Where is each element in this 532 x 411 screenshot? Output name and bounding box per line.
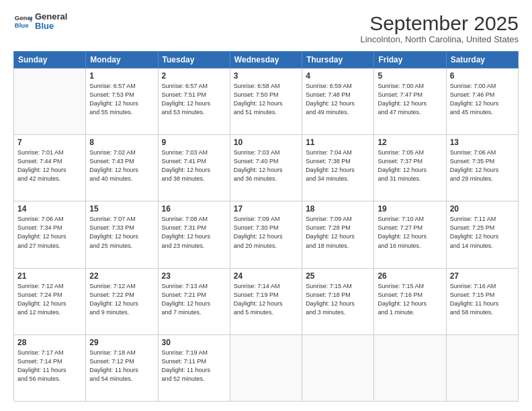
day-info: Sunrise: 7:13 AM Sunset: 7:21 PM Dayligh… — [162, 282, 226, 317]
day-info: Sunrise: 7:15 AM Sunset: 7:16 PM Dayligh… — [378, 282, 442, 317]
title-block: September 2025 Lincolnton, North Carolin… — [360, 12, 519, 44]
col-saturday: Saturday — [446, 52, 518, 68]
day-number: 11 — [306, 138, 370, 147]
day-info: Sunrise: 6:57 AM Sunset: 7:51 PM Dayligh… — [162, 82, 226, 117]
logo: General Blue General Blue — [13, 12, 67, 32]
day-number: 13 — [450, 138, 515, 147]
calendar-week-1: 1Sunrise: 6:57 AM Sunset: 7:53 PM Daylig… — [14, 68, 519, 135]
calendar-cell: 7Sunrise: 7:01 AM Sunset: 7:44 PM Daylig… — [14, 135, 86, 201]
day-info: Sunrise: 6:57 AM Sunset: 7:53 PM Dayligh… — [89, 82, 154, 117]
calendar-table: Sunday Monday Tuesday Wednesday Thursday… — [13, 51, 519, 402]
calendar-week-5: 28Sunrise: 7:17 AM Sunset: 7:14 PM Dayli… — [14, 334, 519, 401]
day-number: 14 — [17, 204, 82, 214]
col-friday: Friday — [374, 52, 446, 68]
day-info: Sunrise: 6:59 AM Sunset: 7:48 PM Dayligh… — [306, 82, 370, 117]
calendar-week-4: 21Sunrise: 7:12 AM Sunset: 7:24 PM Dayli… — [14, 268, 519, 334]
day-info: Sunrise: 7:00 AM Sunset: 7:46 PM Dayligh… — [450, 82, 515, 117]
calendar-cell: 12Sunrise: 7:05 AM Sunset: 7:37 PM Dayli… — [374, 135, 446, 201]
calendar-cell: 30Sunrise: 7:19 AM Sunset: 7:11 PM Dayli… — [158, 334, 230, 401]
calendar-cell: 4Sunrise: 6:59 AM Sunset: 7:48 PM Daylig… — [302, 68, 374, 135]
calendar-cell: 26Sunrise: 7:15 AM Sunset: 7:16 PM Dayli… — [374, 268, 446, 334]
calendar-cell: 27Sunrise: 7:16 AM Sunset: 7:15 PM Dayli… — [446, 268, 518, 334]
calendar-cell: 6Sunrise: 7:00 AM Sunset: 7:46 PM Daylig… — [446, 68, 518, 135]
day-number: 6 — [450, 71, 515, 81]
calendar-cell: 18Sunrise: 7:09 AM Sunset: 7:28 PM Dayli… — [302, 201, 374, 268]
col-thursday: Thursday — [302, 52, 374, 68]
day-info: Sunrise: 7:01 AM Sunset: 7:44 PM Dayligh… — [17, 148, 82, 183]
day-info: Sunrise: 7:12 AM Sunset: 7:22 PM Dayligh… — [89, 282, 154, 317]
day-info: Sunrise: 7:11 AM Sunset: 7:25 PM Dayligh… — [450, 215, 515, 250]
calendar-cell: 24Sunrise: 7:14 AM Sunset: 7:19 PM Dayli… — [230, 268, 302, 334]
day-info: Sunrise: 7:15 AM Sunset: 7:18 PM Dayligh… — [306, 282, 370, 317]
day-number: 25 — [306, 271, 370, 281]
calendar-cell — [446, 334, 518, 401]
calendar-cell: 21Sunrise: 7:12 AM Sunset: 7:24 PM Dayli… — [14, 268, 86, 334]
day-number: 1 — [89, 71, 154, 81]
calendar-cell: 29Sunrise: 7:18 AM Sunset: 7:12 PM Dayli… — [86, 334, 158, 401]
day-info: Sunrise: 7:00 AM Sunset: 7:47 PM Dayligh… — [378, 82, 442, 117]
calendar-week-2: 7Sunrise: 7:01 AM Sunset: 7:44 PM Daylig… — [14, 135, 519, 201]
day-info: Sunrise: 7:08 AM Sunset: 7:31 PM Dayligh… — [162, 215, 226, 250]
page: General Blue General Blue September 2025… — [0, 0, 532, 411]
calendar-cell: 19Sunrise: 7:10 AM Sunset: 7:27 PM Dayli… — [374, 201, 446, 268]
calendar-cell — [374, 334, 446, 401]
day-number: 29 — [89, 338, 154, 347]
day-info: Sunrise: 7:19 AM Sunset: 7:11 PM Dayligh… — [162, 349, 226, 383]
calendar-cell: 23Sunrise: 7:13 AM Sunset: 7:21 PM Dayli… — [158, 268, 230, 334]
day-number: 23 — [162, 271, 226, 281]
calendar-cell: 20Sunrise: 7:11 AM Sunset: 7:25 PM Dayli… — [446, 201, 518, 268]
day-number: 3 — [234, 71, 298, 81]
month-title: September 2025 — [360, 12, 519, 34]
day-number: 24 — [234, 271, 298, 281]
day-number: 20 — [450, 204, 515, 214]
day-number: 10 — [234, 138, 298, 147]
calendar-cell: 22Sunrise: 7:12 AM Sunset: 7:22 PM Dayli… — [86, 268, 158, 334]
calendar-cell — [230, 334, 302, 401]
day-info: Sunrise: 7:18 AM Sunset: 7:12 PM Dayligh… — [89, 349, 154, 383]
calendar-cell: 28Sunrise: 7:17 AM Sunset: 7:14 PM Dayli… — [14, 334, 86, 401]
calendar-cell: 10Sunrise: 7:03 AM Sunset: 7:40 PM Dayli… — [230, 135, 302, 201]
calendar-cell: 8Sunrise: 7:02 AM Sunset: 7:43 PM Daylig… — [86, 135, 158, 201]
day-info: Sunrise: 7:03 AM Sunset: 7:41 PM Dayligh… — [162, 148, 226, 183]
col-tuesday: Tuesday — [158, 52, 230, 68]
day-number: 28 — [17, 338, 82, 347]
day-number: 8 — [89, 138, 154, 147]
calendar-cell: 16Sunrise: 7:08 AM Sunset: 7:31 PM Dayli… — [158, 201, 230, 268]
calendar-header-row: Sunday Monday Tuesday Wednesday Thursday… — [14, 52, 519, 68]
day-number: 12 — [378, 138, 442, 147]
logo-line2: Blue — [35, 21, 67, 31]
day-info: Sunrise: 7:07 AM Sunset: 7:33 PM Dayligh… — [89, 215, 154, 250]
calendar-cell: 1Sunrise: 6:57 AM Sunset: 7:53 PM Daylig… — [86, 68, 158, 135]
logo-line1: General — [35, 12, 67, 21]
day-info: Sunrise: 7:16 AM Sunset: 7:15 PM Dayligh… — [450, 282, 515, 317]
day-number: 5 — [378, 71, 442, 81]
header: General Blue General Blue September 2025… — [13, 12, 519, 44]
day-info: Sunrise: 7:04 AM Sunset: 7:38 PM Dayligh… — [306, 148, 370, 183]
day-number: 2 — [162, 71, 226, 81]
day-number: 4 — [306, 71, 370, 81]
day-number: 17 — [234, 204, 298, 214]
day-number: 26 — [378, 271, 442, 281]
day-info: Sunrise: 7:02 AM Sunset: 7:43 PM Dayligh… — [89, 148, 154, 183]
calendar-cell: 2Sunrise: 6:57 AM Sunset: 7:51 PM Daylig… — [158, 68, 230, 135]
day-info: Sunrise: 7:03 AM Sunset: 7:40 PM Dayligh… — [234, 148, 298, 183]
day-info: Sunrise: 7:12 AM Sunset: 7:24 PM Dayligh… — [17, 282, 82, 317]
logo-icon: General Blue — [13, 12, 32, 31]
calendar-cell — [302, 334, 374, 401]
svg-text:Blue: Blue — [15, 21, 29, 29]
day-info: Sunrise: 7:05 AM Sunset: 7:37 PM Dayligh… — [378, 148, 442, 183]
day-number: 18 — [306, 204, 370, 214]
day-info: Sunrise: 7:09 AM Sunset: 7:28 PM Dayligh… — [306, 215, 370, 250]
day-number: 7 — [17, 138, 82, 147]
day-info: Sunrise: 6:58 AM Sunset: 7:50 PM Dayligh… — [234, 82, 298, 117]
location: Lincolnton, North Carolina, United State… — [360, 34, 519, 44]
day-info: Sunrise: 7:06 AM Sunset: 7:34 PM Dayligh… — [17, 215, 82, 250]
calendar-cell: 5Sunrise: 7:00 AM Sunset: 7:47 PM Daylig… — [374, 68, 446, 135]
day-info: Sunrise: 7:10 AM Sunset: 7:27 PM Dayligh… — [378, 215, 442, 250]
calendar-cell: 11Sunrise: 7:04 AM Sunset: 7:38 PM Dayli… — [302, 135, 374, 201]
day-number: 19 — [378, 204, 442, 214]
day-number: 27 — [450, 271, 515, 281]
calendar-cell: 25Sunrise: 7:15 AM Sunset: 7:18 PM Dayli… — [302, 268, 374, 334]
day-number: 22 — [89, 271, 154, 281]
calendar-cell: 9Sunrise: 7:03 AM Sunset: 7:41 PM Daylig… — [158, 135, 230, 201]
